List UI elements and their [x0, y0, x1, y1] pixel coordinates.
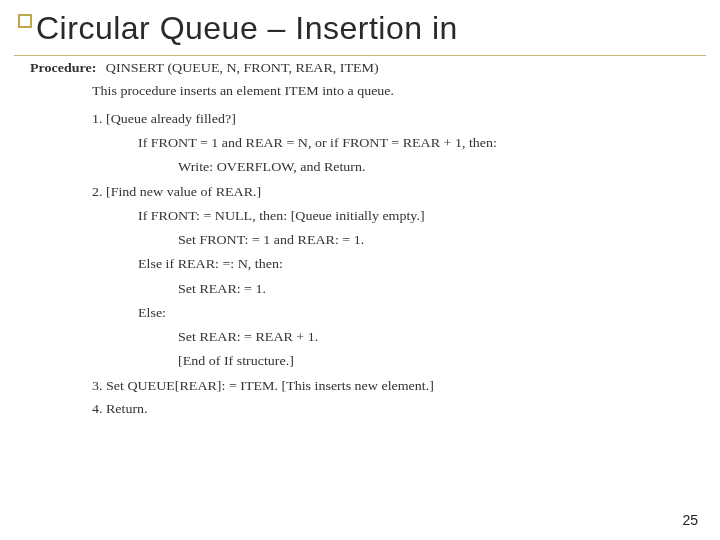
step-3: 3. Set QUEUE[REAR]: = ITEM. [This insert…: [92, 377, 690, 394]
title-underline: [14, 55, 706, 56]
step-4: 4. Return.: [92, 401, 690, 418]
step-num: 4.: [92, 402, 103, 416]
procedure-label: Procedure:: [30, 61, 96, 75]
title-accent-box: [18, 14, 32, 28]
content-area: Procedure: QINSERT (QUEUE, N, FRONT, REA…: [30, 60, 690, 425]
procedure-line: Procedure: QINSERT (QUEUE, N, FRONT, REA…: [30, 60, 690, 77]
step-num: 3.: [92, 378, 103, 392]
step-heading: [Queue already filled?]: [106, 111, 236, 125]
step-2-line: Set REAR: = REAR + 1.: [178, 328, 690, 345]
step-heading: [Find new value of REAR.]: [106, 184, 261, 198]
step-2-line: Set FRONT: = 1 and REAR: = 1.: [178, 231, 690, 248]
step-1: 1. [Queue already filled?]: [92, 110, 690, 127]
step-1-line: Write: OVERFLOW, and Return.: [178, 159, 690, 176]
step-2-line: Else:: [138, 304, 690, 321]
step-2-line: Set REAR: = 1.: [178, 280, 690, 297]
step-1-line: If FRONT = 1 and REAR = N, or if FRONT =…: [138, 135, 690, 152]
page-number: 25: [682, 512, 698, 528]
step-2: 2. [Find new value of REAR.]: [92, 183, 690, 200]
step-num: 2.: [92, 184, 103, 198]
step-heading: Set QUEUE[REAR]: = ITEM. [This inserts n…: [106, 378, 434, 392]
step-num: 1.: [92, 111, 103, 125]
step-2-line: If FRONT: = NULL, then: [Queue initially…: [138, 207, 690, 224]
step-2-line: Else if REAR: =: N, then:: [138, 256, 690, 273]
slide: Circular Queue – Insertion in Procedure:…: [0, 0, 720, 540]
step-2-line: [End of If structure.]: [178, 353, 690, 370]
procedure-description: This procedure inserts an element ITEM i…: [92, 82, 690, 99]
step-heading: Return.: [106, 402, 148, 416]
title-wrap: Circular Queue – Insertion in: [0, 0, 720, 51]
page-title: Circular Queue – Insertion in: [36, 10, 706, 47]
procedure-signature: QINSERT (QUEUE, N, FRONT, REAR, ITEM): [106, 61, 379, 75]
